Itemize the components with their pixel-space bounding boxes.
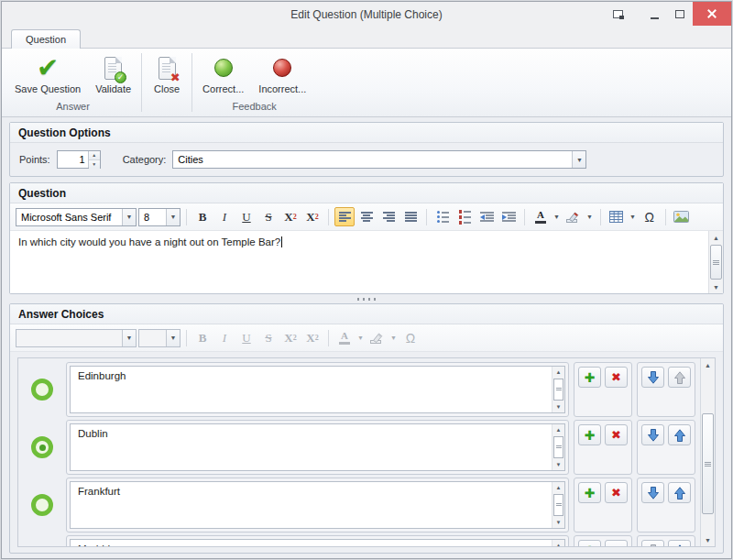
points-input[interactable] <box>58 151 88 168</box>
add-answer-button[interactable]: ✚ <box>578 482 601 503</box>
move-down-button[interactable] <box>641 482 664 503</box>
answer-scrollbar[interactable]: ▲ ▼ <box>552 367 564 412</box>
scroll-up-icon[interactable]: ▲ <box>709 231 723 244</box>
underline-button[interactable]: U <box>236 207 257 226</box>
answer-radio[interactable] <box>31 494 53 516</box>
answer-textbox[interactable]: Dublin ▲ ▼ <box>66 420 569 475</box>
points-spin-down-button[interactable]: ▼ <box>89 159 100 169</box>
font-color-button[interactable]: A <box>531 207 551 226</box>
scroll-thumb[interactable] <box>553 494 563 516</box>
special-character-button[interactable]: Ω <box>640 207 660 226</box>
align-left-button[interactable] <box>334 207 355 226</box>
category-label: Category: <box>123 154 167 165</box>
red-orb-icon <box>273 59 291 77</box>
minimize-button[interactable] <box>641 3 667 25</box>
answers-special-character-button: Ω <box>400 328 421 347</box>
scroll-up-icon[interactable]: ▲ <box>552 482 564 493</box>
window-menu-button[interactable] <box>607 3 629 25</box>
table-dropdown-button[interactable]: ▼ <box>629 214 636 220</box>
highlight-dropdown-button[interactable]: ▼ <box>586 214 593 220</box>
add-answer-button[interactable]: ✚ <box>578 540 601 546</box>
scroll-up-icon[interactable]: ▲ <box>552 367 564 378</box>
delete-answer-button[interactable]: ✖ <box>605 482 628 503</box>
answer-scrollbar[interactable]: ▲ ▼ <box>552 540 564 546</box>
answer-textbox[interactable]: Madrid ▲ ▼ <box>66 535 569 546</box>
scroll-thumb[interactable] <box>553 436 563 458</box>
scroll-thumb[interactable] <box>702 413 714 514</box>
plus-icon: ✚ <box>585 371 596 384</box>
points-spin-up-button[interactable]: ▲ <box>89 151 100 159</box>
scroll-thumb[interactable] <box>553 379 563 401</box>
align-right-button[interactable] <box>378 207 399 226</box>
scroll-down-icon[interactable]: ▼ <box>552 517 564 528</box>
tab-question[interactable]: Question <box>11 29 81 49</box>
align-justify-button[interactable] <box>400 207 421 226</box>
font-name-input[interactable] <box>16 209 122 225</box>
splitter-handle[interactable] <box>9 294 724 303</box>
insert-image-button[interactable] <box>672 207 692 226</box>
numbered-list-button[interactable] <box>454 207 475 226</box>
answer-scrollbar[interactable]: ▲ ▼ <box>552 482 564 528</box>
move-down-button[interactable] <box>641 367 664 388</box>
answer-textbox[interactable]: Edinburgh ▲ ▼ <box>66 362 569 417</box>
insert-table-button[interactable] <box>607 207 627 226</box>
correct-feedback-button[interactable]: Correct... <box>195 50 251 100</box>
scroll-up-icon[interactable]: ▲ <box>552 424 564 435</box>
font-name-dropdown-button[interactable]: ▼ <box>122 209 136 225</box>
maximize-button[interactable] <box>667 3 693 25</box>
move-down-button[interactable] <box>641 424 664 445</box>
font-color-dropdown-button[interactable]: ▼ <box>553 214 560 220</box>
validate-button[interactable]: ✓ Validate <box>88 50 138 100</box>
decrease-indent-button[interactable] <box>476 207 497 226</box>
move-up-button[interactable] <box>668 540 691 546</box>
scroll-down-icon[interactable]: ▼ <box>552 401 564 412</box>
font-size-input[interactable] <box>139 209 166 225</box>
dialog-content: Question Options Points: ▲ ▼ Category: ▼ <box>2 117 731 558</box>
incorrect-feedback-button[interactable]: Incorrect... <box>251 50 313 100</box>
answer-scrollbar[interactable]: ▲ ▼ <box>552 424 564 470</box>
subscript-button[interactable]: X2 <box>302 207 323 226</box>
question-editor-scrollbar[interactable]: ▲ ▼ <box>708 231 723 293</box>
superscript-button[interactable]: X2 <box>280 207 301 226</box>
category-input[interactable] <box>173 151 572 168</box>
close-window-button[interactable] <box>693 2 731 26</box>
add-answer-button[interactable]: ✚ <box>578 367 601 388</box>
answer-list-scrollbar[interactable]: ▲ ▼ <box>700 358 715 546</box>
bullet-list-button[interactable] <box>432 207 453 226</box>
points-stepper: ▲ ▼ <box>57 150 101 169</box>
ribbon-separator <box>141 53 142 112</box>
answer-textbox[interactable]: Frankfurt ▲ ▼ <box>66 478 569 533</box>
scroll-up-icon[interactable]: ▲ <box>701 358 715 371</box>
delete-answer-button[interactable]: ✖ <box>605 367 628 388</box>
delete-answer-button[interactable]: ✖ <box>605 424 628 445</box>
font-size-dropdown-button[interactable]: ▼ <box>166 209 180 225</box>
align-left-icon <box>339 212 351 223</box>
answer-edit-actions: ✚ ✖ <box>574 362 632 417</box>
highlight-color-button[interactable] <box>563 207 584 226</box>
answer-radio[interactable] <box>31 436 53 458</box>
increase-indent-button[interactable] <box>498 207 519 226</box>
strikethrough-button[interactable]: S <box>258 207 279 226</box>
question-editor[interactable]: In which city would you have a night out… <box>10 231 723 293</box>
answer-move-actions <box>637 535 695 546</box>
add-answer-button[interactable]: ✚ <box>578 424 601 445</box>
category-dropdown-button[interactable]: ▼ <box>572 151 585 168</box>
answers-strikethrough-button: S <box>258 328 279 347</box>
move-up-button[interactable] <box>668 424 691 445</box>
scroll-down-icon[interactable]: ▼ <box>552 459 564 470</box>
bold-button[interactable]: B <box>192 207 213 226</box>
move-up-button[interactable] <box>668 367 691 388</box>
align-center-button[interactable] <box>356 207 377 226</box>
italic-button[interactable]: I <box>214 207 235 226</box>
delete-x-icon: ✖ <box>611 544 621 546</box>
scroll-thumb[interactable] <box>710 245 722 280</box>
scroll-up-icon[interactable]: ▲ <box>552 540 564 546</box>
scroll-down-icon[interactable]: ▼ <box>701 533 715 546</box>
delete-answer-button[interactable]: ✖ <box>605 540 628 546</box>
move-down-button[interactable] <box>641 540 664 546</box>
answer-radio[interactable] <box>31 379 53 401</box>
save-question-button[interactable]: ✔ Save Question <box>7 50 88 100</box>
ribbon-close-button[interactable]: ✖ Close <box>145 50 189 100</box>
move-up-button[interactable] <box>668 482 691 503</box>
scroll-down-icon[interactable]: ▼ <box>709 280 723 293</box>
